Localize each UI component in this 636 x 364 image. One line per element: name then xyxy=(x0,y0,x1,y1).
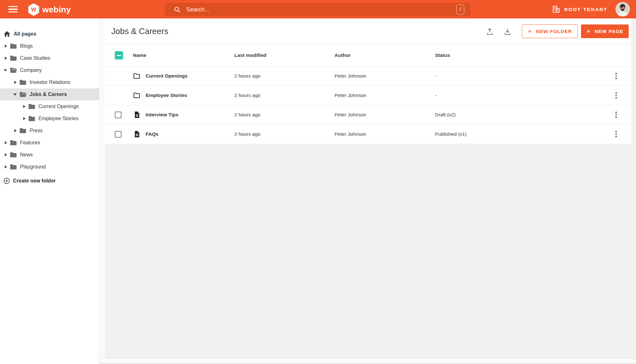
brand-wordmark: webiny xyxy=(42,3,71,16)
sidebar-item-label: Company xyxy=(20,67,42,73)
sidebar-item-investor-relations[interactable]: Investor Relations xyxy=(0,76,99,88)
new-folder-button[interactable]: + NEW FOLDER xyxy=(522,24,578,38)
search-input[interactable] xyxy=(186,6,456,13)
new-page-label: NEW PAGE xyxy=(595,29,623,34)
home-icon xyxy=(3,30,11,38)
sidebar-item-label: All pages xyxy=(14,31,36,37)
sidebar-item-jobs-careers[interactable]: Jobs & Careers xyxy=(0,88,99,100)
main-content: Jobs & Careers + NEW FOLDER + xyxy=(100,18,636,364)
user-avatar[interactable] xyxy=(615,2,630,17)
row-status: Published (v1) xyxy=(435,131,601,137)
folder-outline-icon xyxy=(133,92,141,99)
sidebar-item-features[interactable]: Features xyxy=(0,137,99,149)
sidebar-item-all-pages[interactable]: All pages xyxy=(0,28,99,40)
column-header-name[interactable]: Name xyxy=(133,52,234,58)
sidebar-item-label: Investor Relations xyxy=(30,79,70,85)
folder-icon xyxy=(28,103,36,110)
folder-icon xyxy=(28,115,36,122)
header-actions: + NEW FOLDER + NEW PAGE xyxy=(486,24,629,38)
row-kebab-menu-icon[interactable] xyxy=(612,130,620,138)
folder-open-icon xyxy=(10,66,17,74)
table-row-employee-stories[interactable]: Employee Stories 2 hours ago Peter Johns… xyxy=(105,86,631,105)
row-status: - xyxy=(435,73,601,79)
create-folder-label: Create new folder xyxy=(13,178,56,184)
sidebar-item-playground[interactable]: Playground xyxy=(0,161,99,173)
logo-monogram: W xyxy=(31,7,37,13)
row-kebab-menu-icon[interactable] xyxy=(612,91,620,100)
chevron-right-icon[interactable] xyxy=(13,128,18,133)
chevron-right-icon[interactable] xyxy=(3,152,8,157)
chevron-right-icon[interactable] xyxy=(3,164,8,169)
sidebar-item-label: News xyxy=(20,152,33,158)
folder-open-icon xyxy=(19,91,27,98)
chevron-down-icon[interactable] xyxy=(3,68,8,73)
webiny-hexagon-icon: W xyxy=(28,3,39,16)
page-title: Jobs & Careers xyxy=(111,26,168,36)
top-bar: W webiny / ROOT TENANT xyxy=(0,0,636,18)
sidebar-item-news[interactable]: News xyxy=(0,149,99,161)
chevron-down-icon[interactable] xyxy=(13,92,18,97)
folder-icon xyxy=(19,79,27,86)
sidebar-item-label: Case Studies xyxy=(20,55,50,61)
import-upload-icon[interactable] xyxy=(486,27,494,36)
new-folder-label: NEW FOLDER xyxy=(536,29,572,34)
row-author: Peter Johnson xyxy=(335,112,435,118)
column-header-author[interactable]: Author xyxy=(335,52,435,58)
plus-icon: + xyxy=(586,28,591,35)
sidebar-item-label: Playground xyxy=(20,164,46,170)
sidebar-item-label: Employee Stories xyxy=(38,116,78,121)
row-kebab-menu-icon[interactable] xyxy=(612,72,620,80)
chevron-right-icon[interactable] xyxy=(3,140,8,145)
row-last-modified: 2 hours ago xyxy=(234,131,335,137)
sidebar-item-label: Jobs & Careers xyxy=(30,92,67,97)
row-status: - xyxy=(435,93,601,98)
hamburger-menu-icon[interactable] xyxy=(8,6,18,12)
chevron-right-icon[interactable] xyxy=(3,56,8,61)
sidebar-item-current-openings[interactable]: Current Openings xyxy=(0,100,99,113)
folder-icon xyxy=(10,139,17,147)
row-name: Current Openings xyxy=(146,73,188,79)
folder-tree-sidebar: All pages Blogs Case Studies Company Inv… xyxy=(0,18,99,364)
folder-icon xyxy=(10,42,17,50)
chevron-right-icon[interactable] xyxy=(22,116,27,121)
sidebar-item-company[interactable]: Company xyxy=(0,64,99,76)
folder-outline-icon xyxy=(133,72,141,80)
chevron-right-icon[interactable] xyxy=(3,44,8,49)
table-row-interview-tips[interactable]: Interview Tips 2 hours ago Peter Johnson… xyxy=(105,105,631,124)
chevron-right-icon[interactable] xyxy=(13,80,18,85)
chevron-right-icon[interactable] xyxy=(22,104,27,109)
search-bar[interactable]: / xyxy=(165,3,471,16)
page-document-icon xyxy=(133,130,141,138)
card-header: Jobs & Careers + NEW FOLDER + xyxy=(105,18,631,45)
sidebar-item-employee-stories[interactable]: Employee Stories xyxy=(0,113,99,125)
row-name: FAQs xyxy=(146,131,158,137)
sidebar-item-case-studies[interactable]: Case Studies xyxy=(0,52,99,64)
export-download-icon[interactable] xyxy=(503,27,512,36)
sidebar-item-press[interactable]: Press xyxy=(0,125,99,137)
tenant-selector[interactable]: ROOT TENANT xyxy=(552,0,607,18)
sidebar-item-blogs[interactable]: Blogs xyxy=(0,40,99,52)
row-last-modified: 2 hours ago xyxy=(234,112,335,118)
search-shortcut-badge: / xyxy=(456,4,464,15)
row-name: Employee Stories xyxy=(146,93,187,98)
create-new-folder-button[interactable]: Create new folder xyxy=(0,175,99,187)
column-header-status[interactable]: Status xyxy=(435,52,601,58)
table-row-faqs[interactable]: FAQs 2 hours ago Peter Johnson Published… xyxy=(105,124,631,144)
select-all-checkbox[interactable] xyxy=(115,51,123,59)
new-page-button[interactable]: + NEW PAGE xyxy=(581,24,629,38)
tenant-label: ROOT TENANT xyxy=(564,7,607,12)
horizontal-scrollbar-track xyxy=(100,359,636,364)
row-kebab-menu-icon[interactable] xyxy=(612,111,620,119)
row-author: Peter Johnson xyxy=(335,73,435,79)
row-checkbox[interactable] xyxy=(115,131,121,138)
sidebar-item-label: Current Openings xyxy=(38,104,79,109)
webiny-logo[interactable]: W webiny xyxy=(28,3,71,16)
sidebar-item-label: Blogs xyxy=(20,43,33,49)
page-document-icon xyxy=(133,111,141,119)
table-row-current-openings[interactable]: Current Openings 2 hours ago Peter Johns… xyxy=(105,66,631,86)
row-checkbox[interactable] xyxy=(115,112,121,118)
row-author: Peter Johnson xyxy=(335,93,435,98)
column-header-last-modified[interactable]: Last modified xyxy=(234,52,335,58)
page-list-card: Jobs & Careers + NEW FOLDER + xyxy=(105,18,631,144)
row-status: Draft (v2) xyxy=(435,112,601,118)
